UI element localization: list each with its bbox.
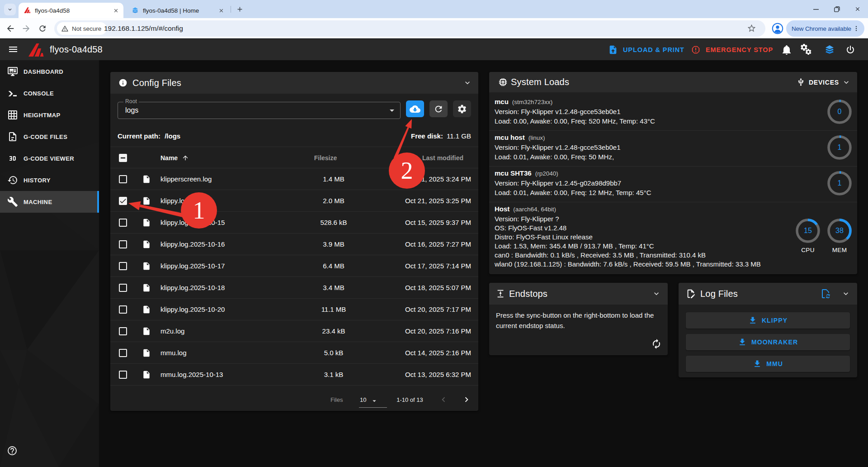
window-close-button[interactable] xyxy=(847,0,868,18)
cpu-gauge-label: CPU xyxy=(795,247,821,253)
file-row[interactable]: mmu.log 5.0 kB Oct 14, 2025 2:16 PM xyxy=(110,342,478,364)
emergency-stop-label: EMERGENCY STOP xyxy=(706,46,773,53)
new-tab-button[interactable] xyxy=(235,4,245,14)
select-all-checkbox[interactable] xyxy=(119,154,127,162)
row-checkbox[interactable] xyxy=(119,240,127,248)
browser-tab-inactive[interactable]: flyos-0a4d58 | Home xyxy=(127,3,229,18)
download-moonraker-log-button[interactable]: MOONRAKER xyxy=(686,334,850,350)
address-bar[interactable]: Not secure 192.168.1.125/m/#/config xyxy=(54,20,765,37)
download-klippy-log-button[interactable]: KLIPPY xyxy=(686,312,850,329)
config-files-header[interactable]: Config Files xyxy=(110,72,478,94)
dashboard-icon xyxy=(7,66,18,77)
gauge-value: 1 xyxy=(827,171,852,196)
file-row[interactable]: klippy.log.2025-10-16 3.9 MB Oct 16, 202… xyxy=(110,234,478,255)
card-title: Endstops xyxy=(509,283,547,305)
row-checkbox[interactable] xyxy=(119,175,127,183)
info-icon xyxy=(118,78,127,87)
file-modified: Oct 15, 2025 9:37 PM xyxy=(405,212,471,234)
menu-button[interactable] xyxy=(8,44,19,55)
notifications-button[interactable] xyxy=(781,44,792,55)
sidebar-item-history[interactable]: HISTORY xyxy=(0,169,99,191)
file-row[interactable]: m2u.log 23.4 kB Oct 20, 2025 7:16 PM xyxy=(110,320,478,342)
tab-close-button[interactable] xyxy=(217,6,225,14)
file-row[interactable]: mmu.log.2025-10-13 3.1 kB Oct 13, 2025 6… xyxy=(110,364,478,386)
profile-button[interactable] xyxy=(771,22,784,35)
file-row[interactable]: klippy.log.2025-10-18 3.4 MB Oct 18, 202… xyxy=(110,277,478,299)
app-logo xyxy=(27,42,46,59)
file-icon xyxy=(142,196,151,206)
file-sync-icon xyxy=(820,288,831,299)
row-checkbox[interactable] xyxy=(119,371,127,379)
bookmark-button[interactable] xyxy=(747,24,756,33)
back-button[interactable] xyxy=(4,22,17,35)
host-distro: Distro: FlyOS-Fast Linux release xyxy=(495,233,593,241)
flyos-services-button[interactable] xyxy=(824,44,835,55)
reload-button[interactable] xyxy=(36,22,49,35)
files-settings-button[interactable] xyxy=(453,100,471,117)
window-minimize-button[interactable] xyxy=(806,0,826,18)
help-button[interactable] xyxy=(7,445,18,456)
chevron-down-icon[interactable] xyxy=(841,289,850,298)
emergency-stop-button[interactable]: EMERGENCY STOP xyxy=(691,39,773,60)
file-size: 3.4 MB xyxy=(297,277,370,299)
previous-page-button[interactable] xyxy=(437,393,450,406)
cogs-icon xyxy=(801,44,812,56)
row-checkbox[interactable] xyxy=(119,349,127,357)
app-header: flyos-0a4d58 UPLOAD & PRINT EMERGENCY ST… xyxy=(0,39,868,60)
system-loads-header: System Loads DEVICES xyxy=(489,72,857,92)
next-page-button[interactable] xyxy=(460,393,473,406)
file-row[interactable]: klippy.log.2025-10-17 6.4 MB Oct 17, 202… xyxy=(110,255,478,277)
chevron-down-icon[interactable] xyxy=(652,289,661,298)
chrome-update-button[interactable]: New Chrome available xyxy=(786,20,864,37)
row-checkbox-checked[interactable] xyxy=(119,197,127,205)
kebab-icon xyxy=(852,24,860,33)
refresh-files-button[interactable] xyxy=(429,100,448,117)
sidebar-item-machine[interactable]: MACHINE xyxy=(0,191,99,213)
download-selected-button[interactable] xyxy=(406,100,424,117)
row-checkbox[interactable] xyxy=(119,219,127,227)
power-button[interactable] xyxy=(844,44,856,55)
chevron-down-icon[interactable] xyxy=(842,78,851,87)
file-modified: Oct 20, 2025 7:16 PM xyxy=(405,320,471,342)
sidebar-item-gcode-files[interactable]: G-CODE FILES xyxy=(0,126,99,148)
tab-close-button[interactable] xyxy=(112,6,120,14)
sidebar-item-console[interactable]: CONSOLE xyxy=(0,82,99,104)
sidebar-item-gcode-viewer[interactable]: G-CODE VIEWER xyxy=(0,148,99,169)
caret-down-icon[interactable] xyxy=(370,397,378,405)
warning-icon xyxy=(61,25,69,33)
window-maximize-button[interactable] xyxy=(826,0,847,18)
sidebar-item-dashboard[interactable]: DASHBOARD xyxy=(0,61,99,82)
file-name: klippy.log.2025-10-16 xyxy=(160,234,225,255)
sidebar-item-heightmap[interactable]: HEIGHTMAP xyxy=(0,104,99,126)
browser-tab-active[interactable]: flyos-0a4d58 xyxy=(19,3,123,18)
tab-search-button[interactable] xyxy=(4,4,16,15)
download-mmu-log-button[interactable]: MMU xyxy=(686,356,850,372)
files-per-page-value[interactable]: 10 xyxy=(360,396,366,403)
current-path-row: Current path: /logs Free disk: 11.1 GB xyxy=(118,127,471,145)
browser-menu-button[interactable] xyxy=(852,24,860,33)
column-header-modified[interactable]: Last modified xyxy=(422,147,463,169)
file-row[interactable]: klippy.log.2025-10-15 528.6 kB Oct 15, 2… xyxy=(110,212,478,234)
security-chip[interactable]: Not secure xyxy=(57,22,107,35)
chevron-down-icon[interactable] xyxy=(463,78,472,87)
row-checkbox[interactable] xyxy=(119,305,127,314)
annotation-number: 1 xyxy=(193,196,205,224)
root-select[interactable]: Root logs xyxy=(118,102,401,119)
row-checkbox[interactable] xyxy=(119,262,127,270)
file-row[interactable]: klippy.log.2025-10-20 11.1 MB Oct 20, 20… xyxy=(110,299,478,320)
devices-button[interactable]: DEVICES xyxy=(797,72,839,92)
row-checkbox[interactable] xyxy=(119,284,127,292)
file-row[interactable]: klippy.log 2.0 MB Oct 21, 2025 3:25 PM xyxy=(110,190,478,212)
column-header-filesize[interactable]: Filesize xyxy=(303,147,348,169)
forward-button[interactable] xyxy=(20,22,33,35)
file-name: klipperscreen.log xyxy=(160,168,212,190)
row-checkbox[interactable] xyxy=(119,327,127,335)
file-size: 1.4 MB xyxy=(297,168,370,190)
layers-icon xyxy=(824,44,835,55)
column-header-name[interactable]: Name xyxy=(160,147,178,169)
settings-button[interactable] xyxy=(801,44,812,55)
alert-octagon-icon xyxy=(691,45,701,55)
endstop-sync-button[interactable] xyxy=(651,338,662,349)
rollover-logs-button[interactable] xyxy=(820,288,831,299)
upload-print-button[interactable]: UPLOAD & PRINT xyxy=(608,39,684,60)
